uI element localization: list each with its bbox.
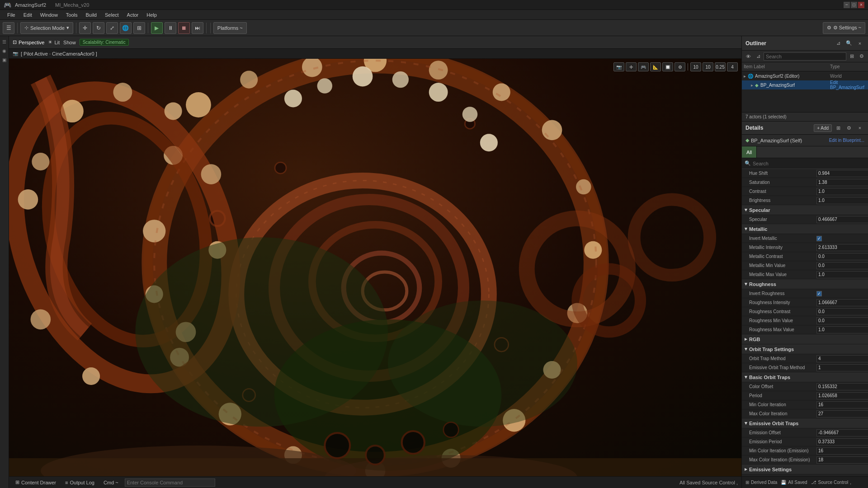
details-settings-button[interactable]: ⚙ — [844, 123, 854, 132]
settings-button[interactable]: ⚙ ⚙ Settings ~ — [823, 22, 865, 34]
viewport-icon-btn-4[interactable]: 📐 — [650, 62, 661, 71]
min-color-iter-input[interactable] — [816, 401, 868, 408]
all-saved-btn[interactable]: 💾 All Saved — [781, 480, 807, 485]
derived-data-btn[interactable]: ⊞ Derived Data — [745, 480, 777, 485]
add-component-button[interactable]: + Add — [814, 124, 832, 132]
section-roughness[interactable]: ▾ Roughness — [742, 279, 868, 289]
hamburger-button[interactable]: ☰ — [3, 22, 14, 34]
roughness-min-input[interactable] — [816, 317, 868, 324]
invert-metallic-checkbox[interactable]: ✓ — [816, 236, 822, 241]
outliner-filter-button[interactable]: ⊿ — [834, 39, 843, 48]
section-emissive-settings[interactable]: ▸ Emissive Settings — [742, 465, 868, 474]
cmd-button[interactable]: Cmd ~ — [101, 479, 121, 486]
sidebar-icon-2[interactable]: ◉ — [1, 47, 8, 54]
outliner-eye-button[interactable]: 👁 — [744, 52, 753, 61]
menu-item-actor[interactable]: Actor — [123, 11, 142, 19]
viewport-icon-btn-5[interactable]: 🔲 — [662, 62, 673, 71]
emission-offset-input[interactable] — [816, 429, 868, 436]
outliner-item-1[interactable]: ▸ ◆ BP_AmazingSurf Edit BP_AmazingSurf — [742, 80, 868, 89]
hue-shift-input[interactable] — [816, 170, 868, 177]
scalability-badge[interactable]: Scalability: Cinematic — [80, 39, 129, 46]
selection-mode-button[interactable]: ⊹ Selection Mode ▾ — [20, 22, 73, 34]
saturation-input[interactable] — [816, 179, 868, 186]
play-button[interactable]: ▶ — [151, 22, 163, 34]
section-orbit-trap[interactable]: ▾ Orbit Trap Settings — [742, 344, 868, 354]
sidebar-icon-1[interactable]: ☰ — [1, 38, 8, 45]
specular-input[interactable] — [816, 216, 868, 223]
stop-button[interactable]: ⏹ — [178, 22, 190, 34]
section-rgb[interactable]: ▸ RGB — [742, 334, 868, 344]
source-control-info[interactable]: All Saved Source Control , — [679, 480, 738, 485]
section-metallic[interactable]: ▾ Metallic — [742, 224, 868, 234]
section-specular[interactable]: ▾ Specular — [742, 205, 868, 215]
menu-item-file[interactable]: File — [4, 11, 19, 19]
max-color-iter-input[interactable] — [816, 410, 868, 418]
viewport-frame-btn[interactable]: 4 — [727, 62, 738, 71]
sidebar-icon-3[interactable]: ▣ — [1, 56, 8, 63]
outliner-settings-button[interactable]: ⚙ — [857, 52, 866, 61]
orbit-trap-method-input[interactable] — [816, 355, 868, 362]
platforms-button[interactable]: Platforms ~ — [213, 22, 247, 34]
translate-tool-button[interactable]: ✛ — [79, 22, 91, 34]
grid-snap-button[interactable]: ⊞ — [133, 22, 145, 34]
scale-tool-button[interactable]: ⤢ — [106, 22, 118, 34]
world-space-button[interactable]: 🌐 — [120, 22, 132, 34]
outliner-search-button[interactable]: 🔍 — [844, 39, 854, 48]
emissive-orbit-method-input[interactable] — [816, 364, 868, 371]
details-close-button[interactable]: × — [855, 123, 864, 132]
metallic-min-input[interactable] — [816, 262, 868, 269]
skip-button[interactable]: ⏭ — [192, 22, 203, 34]
menu-item-build[interactable]: Build — [82, 11, 100, 19]
close-button[interactable]: × — [858, 2, 864, 8]
edit-bp-link[interactable]: Edit in Blueprint... — [829, 138, 864, 143]
emission-period-input[interactable] — [816, 438, 868, 446]
viewport-time-btn[interactable]: 0.25 — [715, 62, 726, 71]
outliner-close-button[interactable]: × — [855, 39, 864, 48]
metallic-contrast-input[interactable] — [816, 253, 868, 260]
section-emissive-orbit[interactable]: ▾ Emissive Orbit Traps — [742, 418, 868, 428]
metallic-max-input[interactable] — [816, 271, 868, 278]
viewport-icon-btn-2[interactable]: ✛ — [626, 62, 637, 71]
menu-item-window[interactable]: Window — [37, 11, 61, 19]
console-command-input[interactable] — [125, 479, 215, 487]
details-search-input[interactable] — [753, 160, 865, 168]
maximize-button[interactable]: □ — [851, 2, 857, 8]
color-offset-input[interactable] — [816, 383, 868, 390]
roughness-intensity-input[interactable] — [816, 299, 868, 306]
roughness-contrast-input[interactable] — [816, 308, 868, 315]
viewport-icon-btn-1[interactable]: 📷 — [613, 62, 624, 71]
min-color-iter-em-input[interactable] — [816, 447, 868, 455]
viewport-icon-btn-3[interactable]: 🎮 — [638, 62, 649, 71]
outliner-search-input[interactable] — [764, 52, 846, 61]
output-log-button[interactable]: ≡ Output Log — [62, 479, 97, 486]
source-control-btn[interactable]: ⎇ Source Control , — [811, 480, 851, 485]
show-tab[interactable]: Show — [63, 40, 76, 45]
contrast-input[interactable] — [816, 188, 868, 195]
roughness-max-input[interactable] — [816, 326, 868, 333]
menu-item-tools[interactable]: Tools — [62, 11, 81, 19]
menu-item-select[interactable]: Select — [101, 11, 123, 19]
pause-button[interactable]: ⏸ — [165, 22, 176, 34]
minimize-button[interactable]: − — [844, 2, 850, 8]
content-drawer-button[interactable]: ⊞ Content Drawer — [13, 479, 59, 486]
viewport-res-btn-1[interactable]: 10 — [690, 62, 701, 71]
details-view-button[interactable]: ⊞ — [834, 123, 843, 132]
perspective-tab[interactable]: ⊡ Perspective — [13, 39, 44, 45]
viewport-res-btn-2[interactable]: 10 — [703, 62, 713, 71]
invert-roughness-checkbox[interactable]: ✓ — [816, 291, 822, 296]
menu-item-edit[interactable]: Edit — [20, 11, 36, 19]
menu-item-help[interactable]: Help — [143, 11, 160, 19]
period-input[interactable] — [816, 392, 868, 399]
brightness-input[interactable] — [816, 197, 868, 204]
metallic-intensity-input[interactable] — [816, 244, 868, 251]
rotate-tool-button[interactable]: ↻ — [93, 22, 104, 34]
lit-tab[interactable]: ☀ Lit — [48, 39, 60, 45]
outliner-col-button[interactable]: ⊞ — [847, 52, 856, 61]
max-color-iter-em-input[interactable] — [816, 456, 868, 464]
section-basic-orbit[interactable]: ▾ Basic Orbit Traps — [742, 372, 868, 382]
outliner-item-0[interactable]: ▸ 🌐 AmazingSurf2 (Editor) World — [742, 71, 868, 80]
tab-all[interactable]: All — [742, 146, 757, 158]
outliner-filter-btn2[interactable]: ⊿ — [754, 52, 763, 61]
viewport-icon-btn-6[interactable]: ⚙ — [675, 62, 685, 71]
prop-value-roughness-intensity: ↺ — [816, 299, 866, 306]
